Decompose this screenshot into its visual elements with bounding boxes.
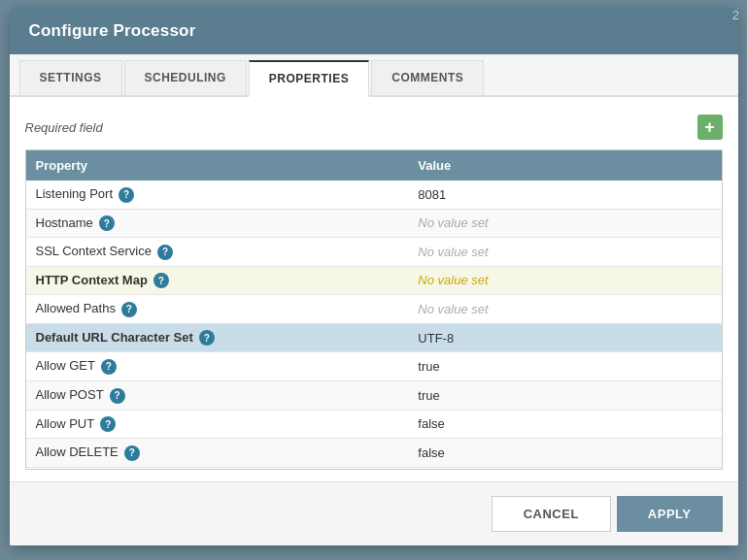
property-action-cell [687, 380, 722, 410]
corner-number: 2 [732, 8, 739, 22]
property-action-cell [687, 238, 722, 267]
property-name: Default URL Character Set [36, 330, 193, 345]
table-row[interactable]: Allow GET?true [26, 352, 722, 381]
properties-table: Property Value Listening Port?8081Hostna… [26, 150, 722, 470]
table-row[interactable]: Default URL Character Set?UTF-8 [26, 323, 722, 352]
property-action-cell [687, 467, 722, 470]
table-row[interactable]: Allow POST?true [26, 380, 722, 410]
table-row[interactable]: Allow PUT?false [26, 410, 722, 439]
property-name-cell: HTTP Context Map? [26, 266, 409, 295]
property-action-cell [687, 266, 722, 295]
property-name-cell: Allowed Paths? [26, 295, 409, 324]
help-icon[interactable]: ? [157, 245, 173, 260]
property-name-cell: SSL Context Service? [26, 238, 409, 267]
property-action-cell [687, 209, 722, 238]
property-value-cell[interactable]: No value set [408, 295, 686, 324]
property-value-cell[interactable]: true [408, 380, 686, 410]
no-value-label: No value set [418, 273, 488, 287]
table-row[interactable]: Hostname?No value set [26, 209, 722, 238]
property-action-cell [687, 295, 722, 324]
property-value-cell[interactable]: UTF-8 [408, 323, 686, 352]
no-value-label: No value set [418, 245, 488, 259]
property-name-cell: Allow DELETE? [26, 439, 409, 468]
action-row: CANCEL APPLY [10, 481, 738, 545]
property-name: Listening Port [36, 186, 114, 201]
required-field-label: Required field [25, 120, 103, 135]
property-name-cell: Hostname? [26, 209, 409, 238]
modal-title: Configure Processor [29, 21, 196, 40]
help-icon[interactable]: ? [153, 273, 169, 288]
property-name-cell: Allow PUT? [26, 410, 409, 439]
no-value-label: No value set [418, 302, 488, 316]
property-action-cell [687, 439, 722, 468]
property-name: Allow PUT [36, 416, 95, 431]
table-row[interactable]: Listening Port?8081 [26, 181, 722, 209]
required-row: Required field + [25, 109, 723, 149]
table-header-row: Property Value [26, 150, 722, 181]
property-action-cell [687, 323, 722, 352]
no-value-label: No value set [418, 215, 488, 230]
help-icon[interactable]: ? [119, 187, 134, 203]
property-value-cell[interactable]: 8081 [408, 181, 686, 209]
help-icon[interactable]: ? [110, 388, 125, 404]
property-name: Allow DELETE [36, 445, 119, 459]
cancel-button[interactable]: CANCEL [492, 496, 611, 532]
property-column-header: Property [26, 150, 409, 181]
properties-table-body: Listening Port?8081Hostname?No value set… [26, 181, 722, 470]
property-value-cell[interactable]: false [408, 410, 686, 439]
tab-scheduling[interactable]: SCHEDULING [124, 60, 247, 95]
modal-header: Configure Processor [10, 8, 738, 54]
table-row[interactable]: Allow HEAD?false [26, 467, 722, 470]
property-value-cell[interactable]: No value set [408, 266, 686, 295]
help-icon[interactable]: ? [100, 416, 116, 432]
property-value-cell[interactable]: false [408, 467, 686, 470]
tab-properties[interactable]: PROPERTIES [249, 60, 369, 97]
property-action-cell [687, 410, 722, 439]
property-name: Hostname [36, 215, 93, 230]
property-name-cell: Allow HEAD? [26, 467, 409, 470]
tab-settings[interactable]: SETTINGS [19, 60, 122, 95]
tab-comments[interactable]: COMMENTS [371, 60, 484, 95]
table-row[interactable]: Allowed Paths?No value set [26, 295, 722, 324]
property-name: HTTP Context Map [36, 273, 148, 287]
table-row[interactable]: Allow DELETE?false [26, 439, 722, 468]
add-property-button[interactable]: + [697, 115, 723, 140]
property-name-cell: Default URL Character Set? [26, 323, 409, 352]
property-value-cell[interactable]: true [408, 352, 686, 381]
configure-processor-modal: Configure Processor SETTINGS SCHEDULING … [10, 8, 738, 545]
property-name: Allow POST [36, 387, 104, 402]
property-name-cell: Allow POST? [26, 380, 409, 410]
help-icon[interactable]: ? [199, 330, 215, 346]
property-value-cell[interactable]: false [408, 439, 686, 468]
value-column-header: Value [408, 150, 686, 181]
modal-overlay: 2 Configure Processor SETTINGS SCHEDULIN… [0, 0, 747, 560]
tabs-bar: SETTINGS SCHEDULING PROPERTIES COMMENTS [10, 54, 738, 97]
help-icon[interactable]: ? [121, 302, 137, 317]
action-column-header [687, 150, 722, 181]
property-name-cell: Allow GET? [26, 352, 409, 381]
property-name: Allow GET [36, 358, 95, 373]
apply-button[interactable]: APPLY [617, 496, 723, 532]
property-name: Allowed Paths [36, 301, 116, 315]
help-icon[interactable]: ? [99, 215, 115, 231]
property-name: SSL Context Service [36, 244, 152, 258]
property-action-cell [687, 181, 722, 209]
table-row[interactable]: SSL Context Service?No value set [26, 238, 722, 267]
properties-table-wrapper[interactable]: Property Value Listening Port?8081Hostna… [25, 149, 723, 470]
help-icon[interactable]: ? [101, 359, 117, 375]
property-value-cell[interactable]: No value set [408, 238, 686, 267]
property-action-cell [687, 352, 722, 381]
properties-content: Required field + Property Value Listenin… [10, 97, 738, 470]
property-name-cell: Listening Port? [26, 181, 409, 209]
table-row[interactable]: HTTP Context Map?No value set [26, 266, 722, 295]
property-value-cell[interactable]: No value set [408, 209, 686, 238]
help-icon[interactable]: ? [124, 445, 140, 461]
